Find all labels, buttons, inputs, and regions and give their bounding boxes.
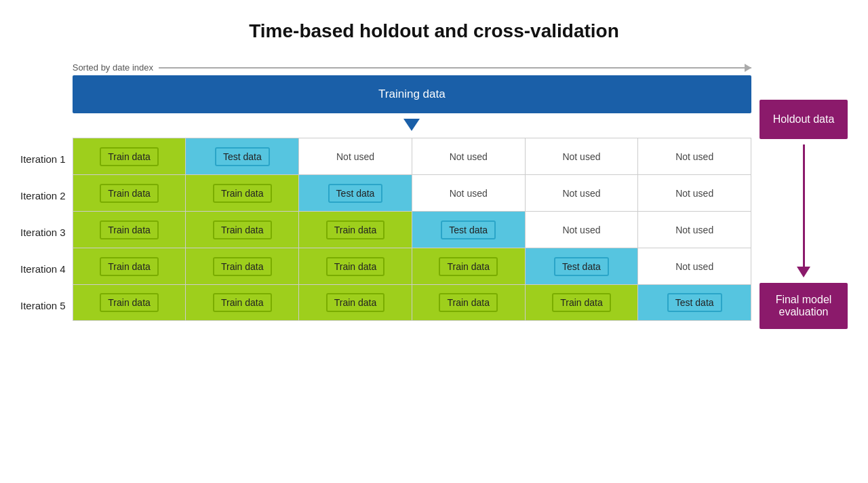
grid-cell: Not used xyxy=(638,138,751,174)
grid-cell: Train data xyxy=(186,175,299,211)
train-label: Train data xyxy=(213,257,272,276)
train-label: Train data xyxy=(100,184,159,203)
train-label: Train data xyxy=(100,257,159,276)
grid-cell: Test data xyxy=(526,248,639,284)
grid-cell: Test data xyxy=(412,212,526,248)
test-label: Test data xyxy=(667,293,722,312)
page-title: Time-based holdout and cross-validation xyxy=(20,20,848,42)
iteration-label: Iteration 1 xyxy=(20,140,66,177)
holdout-box: Holdout data xyxy=(760,100,848,139)
train-label: Train data xyxy=(552,293,611,312)
grid-cell: Train data xyxy=(186,248,299,284)
page: Time-based holdout and cross-validation … xyxy=(0,0,868,483)
grid-cell: Train data xyxy=(299,212,412,248)
train-label: Train data xyxy=(213,220,272,239)
grid-cell: Test data xyxy=(299,175,412,211)
main-grid: Sorted by date index Training data Train… xyxy=(73,62,751,321)
sort-label: Sorted by date index xyxy=(73,62,153,73)
grid-cell: Train data xyxy=(412,248,526,284)
test-label: Test data xyxy=(215,147,270,166)
table-row: Train dataTrain dataTrain dataTrain data… xyxy=(73,248,751,284)
iteration-labels: Iteration 1Iteration 2Iteration 3Iterati… xyxy=(20,140,66,324)
table-row: Train dataTest dataNot usedNot usedNot u… xyxy=(73,138,751,174)
train-label: Train data xyxy=(326,220,385,239)
grid-cell: Train data xyxy=(186,212,299,248)
train-label: Train data xyxy=(100,147,159,166)
grid-cell: Not used xyxy=(526,175,639,211)
train-label: Train data xyxy=(100,293,159,312)
table-row: Train dataTrain dataTrain dataTrain data… xyxy=(73,284,751,321)
grid-cell: Not used xyxy=(638,175,751,211)
vertical-arrow xyxy=(797,144,810,277)
grid-cell: Train data xyxy=(299,285,412,320)
grid-cell: Train data xyxy=(73,175,186,211)
grid-cell: Not used xyxy=(526,138,639,174)
test-label: Test data xyxy=(441,220,496,239)
grid-cell: Train data xyxy=(73,285,186,320)
test-label: Test data xyxy=(328,184,383,203)
train-label: Train data xyxy=(100,220,159,239)
final-evaluation-box: Final model evaluation xyxy=(760,283,848,329)
grid-cell: Train data xyxy=(186,285,299,320)
grid-cell: Not used xyxy=(526,212,639,248)
train-label: Train data xyxy=(213,293,272,312)
grid-cell: Not used xyxy=(638,248,751,284)
iteration-label: Iteration 2 xyxy=(20,177,66,214)
right-side: Holdout data Final model evaluation xyxy=(760,100,848,329)
content-area: Iteration 1Iteration 2Iteration 3Iterati… xyxy=(20,62,848,329)
grid-cell: Train data xyxy=(73,248,186,284)
train-label: Train data xyxy=(326,293,385,312)
grid-cell: Train data xyxy=(412,285,526,320)
train-label: Train data xyxy=(439,293,498,312)
grid-cell: Not used xyxy=(412,175,526,211)
table-row: Train dataTrain dataTrain dataTest dataN… xyxy=(73,211,751,248)
grid-cell: Test data xyxy=(186,138,299,174)
grid-cell: Not used xyxy=(299,138,412,174)
train-label: Train data xyxy=(326,257,385,276)
grid-cell: Test data xyxy=(638,285,751,320)
sort-arrow-line xyxy=(159,67,751,69)
train-label: Train data xyxy=(213,184,272,203)
train-label: Train data xyxy=(439,257,498,276)
grid-cell: Train data xyxy=(73,212,186,248)
iteration-label: Iteration 5 xyxy=(20,287,66,324)
training-bar: Training data xyxy=(73,75,751,113)
table-row: Train dataTrain dataTest dataNot usedNot… xyxy=(73,174,751,211)
down-arrow-icon xyxy=(403,119,420,131)
test-label: Test data xyxy=(554,257,609,276)
grid-cell: Train data xyxy=(526,285,639,320)
iteration-label: Iteration 3 xyxy=(20,214,66,250)
grid-cell: Train data xyxy=(299,248,412,284)
vert-arrowhead xyxy=(797,267,810,277)
iterations-grid: Train dataTest dataNot usedNot usedNot u… xyxy=(73,138,751,321)
grid-cell: Train data xyxy=(73,138,186,174)
grid-cell: Not used xyxy=(638,212,751,248)
grid-cell: Not used xyxy=(412,138,526,174)
vert-line xyxy=(803,144,805,267)
iteration-label: Iteration 4 xyxy=(20,250,66,287)
sort-arrow-row: Sorted by date index xyxy=(73,62,751,73)
down-arrow xyxy=(73,119,751,134)
